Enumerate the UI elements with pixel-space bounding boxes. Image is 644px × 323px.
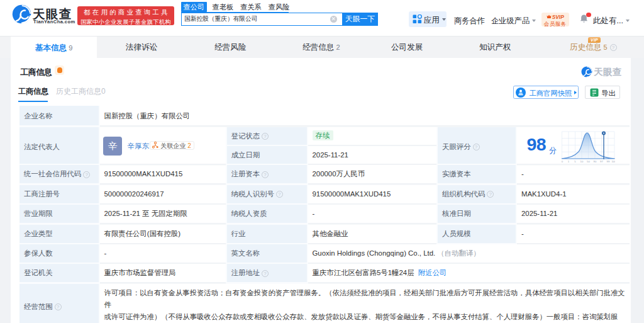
svg-text:90: 90 bbox=[594, 160, 597, 163]
svg-text:10: 10 bbox=[580, 160, 584, 163]
svg-text:0: 0 bbox=[562, 160, 564, 163]
svg-text:97: 97 bbox=[600, 160, 603, 163]
svg-text:100: 100 bbox=[611, 160, 615, 163]
svg-text:50: 50 bbox=[587, 160, 590, 163]
svg-text:99: 99 bbox=[607, 160, 610, 163]
svg-text:5: 5 bbox=[574, 160, 576, 163]
svg-text:1: 1 bbox=[568, 160, 570, 163]
